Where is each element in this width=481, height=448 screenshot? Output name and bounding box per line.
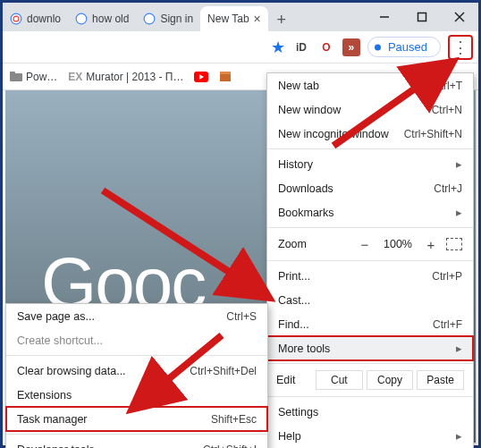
bookmark-item-3[interactable] [219,71,232,83]
zoom-value: 100% [380,238,416,250]
bookmark-star-icon[interactable]: ★ [271,38,285,57]
minimize-button[interactable] [366,3,403,31]
kebab-icon: ⋮ [452,46,468,49]
tab-1[interactable]: how old [68,6,136,31]
copy-button[interactable]: Copy [367,370,414,390]
google-icon [10,13,22,25]
chevron-right-icon: ▸ [456,429,462,443]
menu-help[interactable]: Help ▸ [267,424,473,448]
bookmark-item-1[interactable]: EX Murator | 2013 - П… [68,71,183,83]
bookmark-item-0[interactable]: Pow… [10,71,57,83]
menu-settings[interactable]: Settings [267,400,473,424]
svg-rect-11 [220,73,231,81]
menu-downloads[interactable]: Downloads Ctrl+J [267,176,473,200]
bookmark-item-2[interactable] [194,72,208,82]
close-window-button[interactable] [441,3,478,31]
chevron-right-icon: ▸ [456,206,462,219]
profile-paused-pill[interactable]: Paused [367,37,441,57]
toolbar: ★ iD O » Paused ⋮ [3,31,478,63]
menu-separator [267,363,473,364]
menu-new-window[interactable]: New window Ctrl+N [267,97,473,122]
extension-icon-2[interactable]: » [342,38,360,56]
edit-label: Edit [276,374,312,386]
submenu-extensions[interactable]: Extensions [6,383,267,407]
submenu-create-shortcut[interactable]: Create shortcut... [6,328,267,352]
submenu-task-manager[interactable]: Task manager Shift+Esc [6,407,267,431]
svg-rect-8 [10,72,15,75]
menu-history[interactable]: History ▸ [267,152,473,176]
chevron-right-icon: ▸ [456,342,462,355]
bookmark-1-label: Murator | 2013 - П… [86,71,183,83]
menu-more-tools[interactable]: More tools ▸ [267,336,473,360]
tab-3-label: New Tab [207,13,249,25]
menu-cast[interactable]: Cast... [267,288,473,312]
bookmark-1-prefix: EX [68,71,82,83]
menu-separator [6,355,267,356]
svg-point-0 [11,13,21,24]
cut-button[interactable]: Cut [316,370,363,390]
extension-icon-0[interactable]: iD [292,38,310,56]
menu-separator [267,148,473,149]
tab-3-active[interactable]: New Tab × [200,6,268,31]
google-icon [143,13,156,25]
submenu-save-page[interactable]: Save page as... Ctrl+S [6,304,267,328]
tab-0[interactable]: downlo [3,6,68,31]
tab-0-label: downlo [27,13,61,25]
chevron-right-icon: ▸ [456,157,462,171]
zoom-out-button[interactable]: − [355,237,375,252]
fullscreen-icon[interactable] [446,238,462,250]
bookmark-0-label: Pow… [26,71,57,83]
menu-find[interactable]: Find... Ctrl+F [267,312,473,336]
chrome-main-menu: New tab Ctrl+T New window Ctrl+N New inc… [266,72,474,448]
tab-1-label: how old [92,13,129,25]
tab-strip: downlo how old Sign in New Tab × + [3,3,366,31]
menu-incognito[interactable]: New incognito window Ctrl+Shift+N [267,122,473,146]
svg-rect-12 [220,72,231,74]
svg-rect-4 [418,13,426,21]
submenu-developer-tools[interactable]: Developer tools Ctrl+Shift+I [6,437,267,448]
menu-separator [267,260,473,261]
menu-separator [267,396,473,397]
menu-new-tab[interactable]: New tab Ctrl+T [267,73,473,97]
title-bar: downlo how old Sign in New Tab × + [3,3,478,31]
extension-icon-1[interactable]: O [317,38,335,56]
submenu-clear-data[interactable]: Clear browsing data... Ctrl+Shift+Del [6,359,267,383]
box-icon [219,71,232,83]
close-icon[interactable]: × [254,12,261,26]
maximize-button[interactable] [403,3,441,31]
tab-2[interactable]: Sign in [136,6,200,31]
zoom-label: Zoom [278,238,350,250]
folder-icon [10,72,22,82]
menu-print[interactable]: Print... Ctrl+P [267,264,473,288]
menu-separator [267,227,473,228]
more-tools-submenu: Save page as... Ctrl+S Create shortcut..… [5,303,268,448]
paste-button[interactable]: Paste [417,370,464,390]
menu-edit-row: Edit Cut Copy Paste [267,367,473,393]
google-icon [75,13,88,25]
svg-point-2 [145,13,156,24]
tab-2-label: Sign in [160,13,193,25]
window-controls [366,3,478,31]
new-tab-button[interactable]: + [272,10,291,30]
menu-bookmarks[interactable]: Bookmarks ▸ [267,200,473,224]
menu-separator [6,434,267,435]
chrome-menu-button[interactable]: ⋮ [448,35,473,60]
youtube-icon [194,72,208,82]
zoom-in-button[interactable]: + [421,237,441,252]
menu-zoom-row: Zoom − 100% + [267,231,473,258]
svg-point-1 [76,13,87,24]
